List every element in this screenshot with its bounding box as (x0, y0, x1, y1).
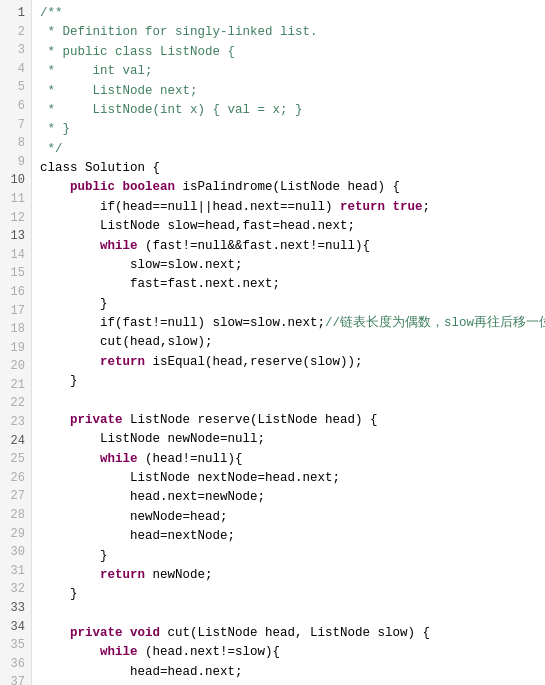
code-line-9: class Solution { (40, 159, 545, 178)
code-line-22: private ListNode reserve(ListNode head) … (40, 411, 545, 430)
line-number-32: 32 (0, 580, 31, 599)
code-line-1: /** (40, 4, 545, 23)
line-number-26: 26 (0, 469, 31, 488)
line-number-12: 12 (0, 209, 31, 228)
code-line-33: private void cut(ListNode head, ListNode… (40, 624, 545, 643)
line-number-23: 23 (0, 413, 31, 432)
code-line-14: slow=slow.next; (40, 256, 545, 275)
line-number-37: 37 (0, 673, 31, 685)
code-line-18: cut(head,slow); (40, 333, 545, 352)
code-line-2: * Definition for singly-linked list. (40, 23, 545, 42)
code-line-15: fast=fast.next.next; (40, 275, 545, 294)
line-number-7: 7 (0, 116, 31, 135)
code-line-4: * int val; (40, 62, 545, 81)
line-number-19: 19 (0, 339, 31, 358)
line-number-10: 10 (0, 171, 31, 190)
code-line-19: return isEqual(head,reserve(slow)); (40, 353, 545, 372)
line-number-15: 15 (0, 264, 31, 283)
code-line-24: while (head!=null){ (40, 450, 545, 469)
code-line-31: } (40, 585, 545, 604)
line-number-6: 6 (0, 97, 31, 116)
line-number-16: 16 (0, 283, 31, 302)
line-number-22: 22 (0, 394, 31, 413)
code-content[interactable]: /** * Definition for singly-linked list.… (32, 0, 545, 685)
code-line-16: } (40, 295, 545, 314)
code-line-29: } (40, 547, 545, 566)
code-line-34: while (head.next!=slow){ (40, 643, 545, 662)
code-line-3: * public class ListNode { (40, 43, 545, 62)
line-number-34: 34 (0, 618, 31, 637)
code-line-23: ListNode newNode=null; (40, 430, 545, 449)
code-line-5: * ListNode next; (40, 82, 545, 101)
line-number-gutter: 1234567891011121314151617181920212223242… (0, 0, 32, 685)
line-number-29: 29 (0, 525, 31, 544)
code-editor: 1234567891011121314151617181920212223242… (0, 0, 545, 685)
line-number-8: 8 (0, 134, 31, 153)
line-number-27: 27 (0, 487, 31, 506)
line-number-24: 24 (0, 432, 31, 451)
code-line-27: newNode=head; (40, 508, 545, 527)
line-number-2: 2 (0, 23, 31, 42)
line-number-31: 31 (0, 562, 31, 581)
line-number-18: 18 (0, 320, 31, 339)
code-line-8: */ (40, 140, 545, 159)
line-number-1: 1 (0, 4, 31, 23)
line-number-14: 14 (0, 246, 31, 265)
line-number-21: 21 (0, 376, 31, 395)
line-number-9: 9 (0, 153, 31, 172)
code-line-28: head=nextNode; (40, 527, 545, 546)
code-line-21 (40, 392, 545, 411)
code-line-20: } (40, 372, 545, 391)
line-number-30: 30 (0, 543, 31, 562)
code-line-10: public boolean isPalindrome(ListNode hea… (40, 178, 545, 197)
line-number-17: 17 (0, 302, 31, 321)
code-line-6: * ListNode(int x) { val = x; } (40, 101, 545, 120)
line-number-4: 4 (0, 60, 31, 79)
line-number-20: 20 (0, 357, 31, 376)
code-line-26: head.next=newNode; (40, 488, 545, 507)
code-line-12: ListNode slow=head,fast=head.next; (40, 217, 545, 236)
code-line-35: head=head.next; (40, 663, 545, 682)
line-number-28: 28 (0, 506, 31, 525)
line-number-3: 3 (0, 41, 31, 60)
code-line-7: * } (40, 120, 545, 139)
line-number-25: 25 (0, 450, 31, 469)
code-line-13: while (fast!=null&&fast.next!=null){ (40, 237, 545, 256)
code-line-25: ListNode nextNode=head.next; (40, 469, 545, 488)
code-line-11: if(head==null||head.next==null) return t… (40, 198, 545, 217)
line-number-35: 35 (0, 636, 31, 655)
line-number-33: 33 (0, 599, 31, 618)
line-number-13: 13 (0, 227, 31, 246)
line-number-36: 36 (0, 655, 31, 674)
code-line-30: return newNode; (40, 566, 545, 585)
code-line-17: if(fast!=null) slow=slow.next;//链表长度为偶数，… (40, 314, 545, 333)
code-line-32 (40, 605, 545, 624)
line-number-11: 11 (0, 190, 31, 209)
line-number-5: 5 (0, 78, 31, 97)
